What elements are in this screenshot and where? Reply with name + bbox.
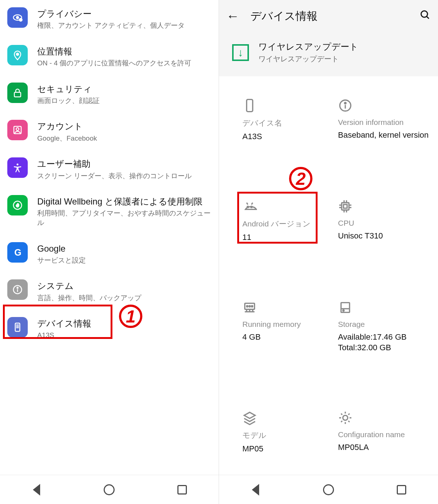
card-value: MP05LA: [338, 442, 429, 453]
info-icon: [7, 279, 28, 300]
search-icon[interactable]: [420, 9, 431, 23]
svg-rect-19: [247, 99, 253, 111]
svg-point-48: [343, 415, 347, 420]
settings-item-person[interactable]: アカウント Google、Facebook: [0, 112, 219, 150]
g-icon: G: [7, 242, 28, 263]
a11y-icon: [7, 157, 28, 178]
wireless-title: ワイヤレスアップデート: [258, 41, 358, 53]
svg-point-22: [345, 102, 346, 104]
svg-point-7: [17, 164, 19, 165]
item-title: Digital Wellbeing と保護者による使用制限: [37, 196, 211, 207]
info-card-layers[interactable]: モデル MP05: [242, 411, 334, 475]
item-title: ユーザー補助: [37, 158, 211, 169]
layers-icon: [242, 411, 257, 425]
svg-point-17: [421, 11, 428, 17]
back-nav-icon[interactable]: [30, 483, 43, 496]
card-label: Configuration name: [338, 430, 429, 439]
item-title: システム: [37, 280, 211, 291]
settings-item-eye[interactable]: プライバシー 権限、アカウント アクティビティ、個人データ: [0, 0, 219, 38]
info-card-ram[interactable]: Running memory 4 GB: [242, 300, 334, 374]
svg-point-1: [16, 16, 19, 19]
info-card-cpu[interactable]: CPU Unisoc T310: [338, 199, 429, 263]
svg-point-47: [343, 310, 344, 311]
card-label: Android バージョン: [242, 219, 334, 229]
svg-text:G: G: [14, 247, 21, 257]
person-icon: [7, 120, 28, 140]
card-label: CPU: [338, 219, 429, 228]
phone-icon: [242, 98, 257, 113]
item-sub: A13S: [37, 331, 211, 340]
item-title: 位置情報: [37, 46, 211, 57]
back-arrow-icon[interactable]: ←: [226, 8, 239, 24]
nav-bar: [219, 475, 438, 504]
well-icon: [7, 195, 28, 215]
settings-list-pane: プライバシー 権限、アカウント アクティビティ、個人データ 位置情報 ON - …: [0, 0, 219, 504]
item-sub: サービスと設定: [37, 256, 211, 265]
device-info-grid: デバイス名 A13S Version information Baseband,…: [219, 76, 438, 475]
card-label: Storage: [338, 320, 429, 329]
annotation-marker-1: 1: [119, 305, 142, 328]
cpu-icon: [338, 199, 353, 214]
svg-point-12: [17, 287, 18, 289]
ram-icon: [242, 300, 257, 315]
item-sub: 画面ロック、顔認証: [37, 96, 211, 106]
svg-rect-28: [343, 205, 347, 208]
svg-rect-27: [342, 203, 349, 210]
card-label: モデル: [242, 430, 334, 440]
annotation-marker-2: 2: [289, 167, 312, 190]
item-title: プライバシー: [37, 8, 211, 19]
settings-item-a11y[interactable]: ユーザー補助 スクリーン リーダー、表示、操作のコントロール: [0, 150, 219, 188]
info-icon: [338, 98, 353, 113]
info-card-info[interactable]: Version information Baseband, kernel ver…: [338, 98, 429, 163]
card-value: Baseband, kernel version: [338, 130, 429, 141]
wireless-sub: ワイヤレスアップデート: [258, 54, 358, 64]
card-value: Unisoc T310: [338, 230, 429, 241]
svg-point-6: [16, 128, 19, 131]
home-nav-icon[interactable]: [103, 483, 116, 496]
card-value: 11: [242, 232, 334, 243]
svg-point-43: [249, 306, 250, 307]
card-label: Version information: [338, 118, 429, 127]
storage-icon: [338, 300, 353, 315]
item-sub: 利用時間、アプリタイマー、おやすみ時間のスケジュール: [37, 209, 211, 227]
item-sub: 権限、アカウント アクティビティ、個人データ: [37, 21, 211, 30]
recent-nav-icon[interactable]: [176, 483, 189, 496]
settings-item-info[interactable]: システム 言語、操作、時間、バックアップ: [0, 272, 219, 310]
item-title: セキュリティ: [37, 83, 211, 95]
info-card-phone[interactable]: デバイス名 A13S: [242, 98, 334, 163]
card-value: MP05: [242, 443, 334, 454]
item-title: Google: [37, 243, 211, 254]
item-sub: 言語、操作、時間、バックアップ: [37, 293, 211, 303]
svg-rect-4: [14, 92, 21, 97]
item-sub: スクリーン リーダー、表示、操作のコントロール: [37, 171, 211, 181]
wireless-update-row[interactable]: ↓ ワイヤレスアップデート ワイヤレスアップデート: [219, 32, 438, 76]
top-bar: ← デバイス情報: [219, 0, 438, 32]
nav-bar: [0, 475, 219, 504]
svg-point-3: [16, 53, 19, 55]
settings-item-device[interactable]: デバイス情報 A13S 1: [0, 310, 219, 347]
svg-line-18: [427, 16, 429, 18]
lock-icon: [7, 83, 28, 103]
card-value: Available:17.46 GBTotal:32.00 GB: [338, 332, 429, 353]
info-card-cfg[interactable]: Configuration name MP05LA: [338, 411, 429, 475]
info-card-storage[interactable]: Storage Available:17.46 GBTotal:32.00 GB: [338, 300, 429, 374]
device-icon: [7, 317, 28, 337]
back-nav-icon[interactable]: [249, 483, 262, 496]
settings-list: プライバシー 権限、アカウント アクティビティ、個人データ 位置情報 ON - …: [0, 0, 219, 475]
svg-point-44: [251, 306, 253, 307]
card-label: デバイス名: [242, 118, 334, 128]
settings-item-well[interactable]: Digital Wellbeing と保護者による使用制限 利用時間、アプリタイ…: [0, 188, 219, 234]
pin-icon: [7, 45, 28, 65]
settings-item-lock[interactable]: セキュリティ 画面ロック、顔認証: [0, 75, 219, 113]
device-info-pane: ← デバイス情報 ↓ ワイヤレスアップデート ワイヤレスアップデート デバイス名…: [219, 0, 438, 504]
settings-item-pin[interactable]: 位置情報 ON - 4 個のアプリに位置情報へのアクセスを許可: [0, 38, 219, 75]
item-title: アカウント: [37, 121, 211, 132]
home-nav-icon[interactable]: [322, 483, 335, 496]
settings-item-g[interactable]: G Google サービスと設定: [0, 235, 219, 272]
item-sub: Google、Facebook: [37, 134, 211, 143]
page-title: デバイス情報: [250, 9, 420, 24]
eye-icon: [7, 7, 28, 28]
recent-nav-icon[interactable]: [395, 483, 408, 496]
svg-line-26: [251, 203, 253, 205]
info-card-android[interactable]: Android バージョン 112: [242, 199, 334, 263]
